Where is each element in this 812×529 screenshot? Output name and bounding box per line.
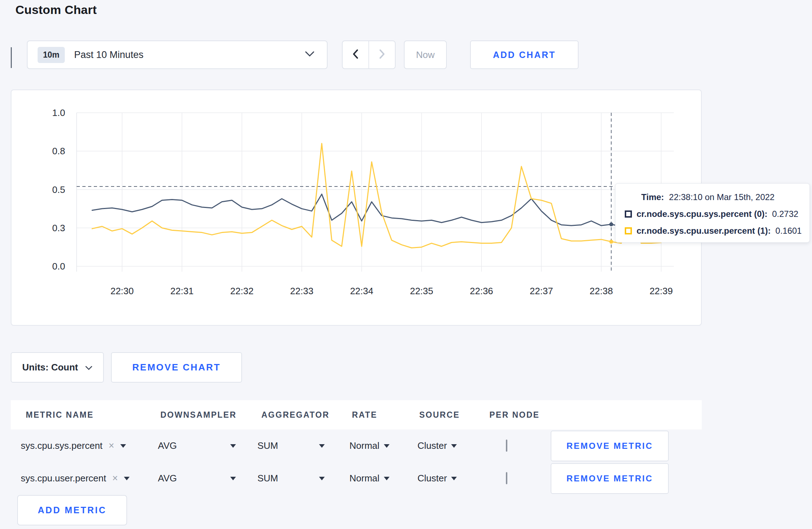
caret-down-icon (319, 477, 325, 480)
units-label: Units: Count (22, 362, 78, 373)
add-metric-button[interactable]: ADD METRIC (17, 495, 127, 525)
svg-text:22:31: 22:31 (170, 286, 194, 296)
chart-card: 0.00.30.50.81.022:3022:3122:3222:3322:34… (11, 89, 702, 326)
downsampler-value: AVG (158, 473, 177, 484)
source-select[interactable]: Cluster (417, 440, 457, 451)
aggregator-select[interactable]: SUM (257, 440, 325, 451)
source-value: Cluster (417, 473, 447, 484)
toolbar-divider (11, 47, 12, 68)
source-select[interactable]: Cluster (417, 473, 457, 484)
next-time-button[interactable] (369, 41, 395, 68)
downsampler-value: AVG (158, 440, 177, 451)
svg-text:0.5: 0.5 (52, 184, 65, 195)
downsampler-select[interactable]: AVG (158, 440, 236, 451)
custom-chart-page: Custom Chart 10m Past 10 Minutes Now ADD… (0, 0, 812, 529)
chevron-down-icon (305, 51, 315, 59)
tooltip-series-label: cr.node.sys.cpu.sys.percent (0): (637, 209, 767, 219)
caret-down-icon (124, 477, 130, 480)
chevron-left-icon (351, 48, 360, 61)
user-series-swatch-icon (625, 227, 632, 234)
chevron-down-icon (85, 362, 92, 373)
caret-down-icon (451, 477, 457, 480)
column-header-aggregator: AGGREGATOR (257, 410, 349, 420)
clear-metric-icon[interactable]: × (112, 474, 118, 483)
rate-value: Normal (349, 440, 380, 451)
svg-text:22:32: 22:32 (230, 286, 253, 296)
svg-text:22:30: 22:30 (110, 286, 134, 296)
remove-metric-button[interactable]: REMOVE METRIC (551, 431, 669, 461)
time-pager (342, 40, 396, 69)
caret-down-icon (319, 444, 325, 448)
units-dropdown[interactable]: Units: Count (11, 352, 104, 383)
caret-down-icon (120, 444, 126, 448)
tooltip-time-label: Time: (641, 192, 664, 202)
sys-series-swatch-icon (625, 210, 632, 218)
svg-text:1.0: 1.0 (52, 107, 65, 118)
svg-text:22:35: 22:35 (410, 286, 433, 296)
column-header-metric-name: METRIC NAME (11, 410, 158, 420)
metrics-table-header: METRIC NAME DOWNSAMPLER AGGREGATOR RATE … (11, 400, 702, 429)
metrics-table-rows: sys.cpu.sys.percent × AVG SUM (11, 429, 702, 495)
tooltip-series-value: 0.1601 (775, 226, 802, 236)
caret-down-icon (451, 444, 457, 448)
aggregator-value: SUM (257, 440, 278, 451)
caret-down-icon (384, 444, 390, 448)
metric-name-select[interactable]: sys.cpu.user.percent × (21, 473, 130, 484)
tooltip-series-row: cr.node.sys.cpu.user.percent (1): 0.1601 (615, 226, 809, 236)
tooltip-time-value: 22:38:10 on Mar 15th, 2022 (669, 192, 775, 202)
page-title: Custom Chart (15, 3, 97, 17)
metric-name-value: sys.cpu.user.percent (21, 473, 106, 484)
column-header-per-node: PER NODE (487, 410, 551, 420)
remove-chart-button[interactable]: REMOVE CHART (111, 352, 242, 383)
rate-select[interactable]: Normal (349, 473, 390, 484)
chart-hover-tooltip: Time: 22:38:10 on Mar 15th, 2022 cr.node… (615, 183, 810, 243)
svg-text:22:34: 22:34 (350, 286, 373, 296)
svg-text:22:38: 22:38 (590, 286, 613, 296)
metric-name-value: sys.cpu.sys.percent (21, 440, 102, 451)
clear-metric-icon[interactable]: × (108, 441, 114, 451)
svg-text:0.0: 0.0 (52, 261, 65, 272)
tooltip-series-value: 0.2732 (772, 209, 798, 219)
svg-text:0.8: 0.8 (52, 146, 65, 156)
source-value: Cluster (417, 440, 447, 451)
svg-text:22:36: 22:36 (470, 286, 493, 296)
downsampler-select[interactable]: AVG (158, 473, 236, 484)
svg-text:22:39: 22:39 (649, 286, 673, 296)
column-header-source: SOURCE (417, 410, 487, 420)
time-range-label: Past 10 Minutes (74, 49, 305, 60)
now-button[interactable]: Now (404, 40, 447, 69)
rate-select[interactable]: Normal (349, 440, 390, 451)
cpu-chart[interactable]: 0.00.30.50.81.022:3022:3122:3222:3322:34… (11, 90, 701, 325)
per-node-checkbox[interactable] (506, 472, 507, 484)
caret-down-icon (384, 477, 390, 480)
time-range-badge: 10m (38, 47, 65, 63)
tooltip-series-label: cr.node.sys.cpu.user.percent (1): (637, 226, 771, 236)
svg-text:22:33: 22:33 (290, 286, 313, 296)
rate-value: Normal (349, 473, 380, 484)
svg-text:22:37: 22:37 (530, 286, 553, 296)
per-node-checkbox[interactable] (506, 440, 507, 452)
caret-down-icon (230, 477, 236, 480)
metric-name-select[interactable]: sys.cpu.sys.percent × (21, 440, 126, 451)
prev-time-button[interactable] (343, 41, 369, 68)
chevron-right-icon (378, 48, 386, 61)
aggregator-select[interactable]: SUM (257, 473, 325, 484)
tooltip-time-row: Time: 22:38:10 on Mar 15th, 2022 (615, 192, 809, 202)
table-row: sys.cpu.sys.percent × AVG SUM (11, 429, 702, 462)
table-row: sys.cpu.user.percent × AVG SUM (11, 462, 702, 495)
svg-text:0.3: 0.3 (52, 223, 65, 233)
time-range-dropdown[interactable]: 10m Past 10 Minutes (27, 40, 328, 69)
tooltip-series-row: cr.node.sys.cpu.sys.percent (0): 0.2732 (615, 209, 809, 219)
column-header-rate: RATE (349, 410, 417, 420)
add-chart-button[interactable]: ADD CHART (470, 40, 579, 69)
column-header-downsampler: DOWNSAMPLER (158, 410, 257, 420)
aggregator-value: SUM (257, 473, 278, 484)
remove-metric-button[interactable]: REMOVE METRIC (551, 463, 669, 494)
caret-down-icon (230, 444, 236, 448)
